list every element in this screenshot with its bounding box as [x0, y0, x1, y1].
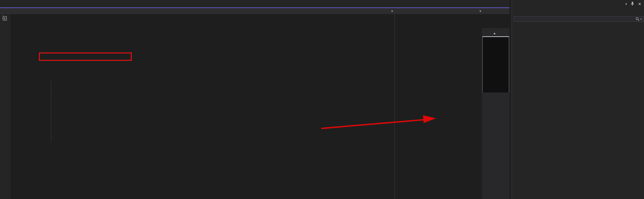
solution-explorer-panel: ▾ ✕ ▾: [511, 0, 644, 199]
breadcrumb-overflow-icon[interactable]: ▼: [391, 10, 393, 13]
search-icon[interactable]: ▾: [635, 17, 643, 21]
search-input[interactable]: [514, 17, 635, 21]
pin-icon[interactable]: [631, 2, 634, 6]
scroll-up-icon[interactable]: ▲: [493, 32, 496, 35]
tab-well: [0, 0, 509, 7]
solution-tree: [512, 22, 644, 167]
editor-margin: [0, 14, 11, 199]
column-guide: [394, 14, 395, 199]
breadcrumb: ▼ ▼: [0, 8, 509, 14]
minimap-scrollbar[interactable]: ▲: [482, 28, 509, 199]
indent-guide: [51, 81, 51, 142]
close-icon[interactable]: ✕: [638, 2, 641, 6]
visual-studio-window: ▼ ▼ {▫ ▲ ▾ ✕: [0, 0, 644, 199]
search-box[interactable]: ▾: [514, 16, 644, 22]
code-editor[interactable]: {▫ ▲: [0, 14, 509, 199]
editor-dropdown-icon[interactable]: ▼: [479, 10, 482, 13]
document-outline-icon[interactable]: {▫: [2, 15, 7, 21]
minimap-viewport[interactable]: [482, 36, 509, 92]
panel-position-icon[interactable]: ▾: [625, 2, 627, 6]
